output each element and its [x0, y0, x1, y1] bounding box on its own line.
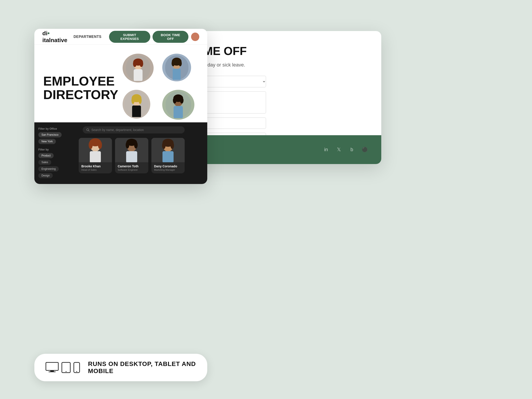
office-filter-label: Filter by Office — [38, 127, 75, 130]
user-avatar[interactable] — [191, 32, 199, 41]
hero-title: EMPLOYEE DIRECTORY — [43, 75, 118, 101]
svg-point-12 — [179, 61, 182, 66]
nav-bar: diitalnative DEPARTMENTS SUBMIT EXPENSES… — [34, 29, 207, 45]
svg-point-17 — [132, 97, 134, 104]
dark-section: Filter by Office San Francisco New York … — [34, 122, 207, 184]
desktop-icon — [45, 362, 59, 373]
svg-point-32 — [98, 141, 102, 149]
submit-expenses-button[interactable]: SUBMIT EXPENSES — [109, 31, 150, 43]
employee-card-cameron-toth[interactable]: Cameron Toth Software Engineer — [115, 138, 148, 173]
svg-rect-25 — [174, 106, 183, 118]
filter-san-francisco[interactable]: San Francisco — [38, 132, 62, 137]
svg-point-0 — [194, 34, 197, 37]
twitter-icon[interactable]: 𝕏 — [336, 146, 342, 153]
brooke-khan-name: Brooke Khan — [81, 165, 109, 168]
brooke-khan-info: Brooke Khan Head of Sales — [79, 162, 112, 173]
dark-main-content: Brooke Khan Head of Sales — [79, 122, 207, 184]
svg-point-44 — [171, 142, 174, 149]
svg-point-5 — [133, 61, 137, 67]
hero-section: EMPLOYEE DIRECTORY — [34, 45, 207, 122]
svg-point-24 — [180, 97, 184, 103]
cameron-toth-role: Software Engineer — [118, 168, 146, 171]
filter-new-york[interactable]: New York — [38, 139, 56, 144]
filter-engineering[interactable]: Engineering — [38, 166, 59, 171]
svg-point-38 — [134, 141, 138, 149]
dany-coronado-info: Dany Coronado Marketing Manager — [151, 162, 185, 173]
blog-icon[interactable]: b — [348, 146, 355, 153]
hero-photos — [118, 54, 198, 122]
sidebar: Filter by Office San Francisco New York … — [34, 122, 79, 184]
dany-coronado-name: Dany Coronado — [154, 165, 182, 168]
linkedin-icon[interactable]: in — [323, 146, 329, 153]
dept-filter-label: Filter by — [38, 148, 75, 151]
employee-cards-container: Brooke Khan Head of Sales — [79, 138, 203, 177]
filter-product[interactable]: Product — [38, 153, 54, 158]
svg-rect-46 — [46, 362, 58, 370]
tablet-icon — [61, 362, 71, 373]
dribbble-icon[interactable]: ⚫ — [361, 146, 368, 153]
search-icon — [86, 128, 89, 132]
svg-point-26 — [87, 129, 89, 131]
dany-coronado-photo — [151, 138, 185, 162]
search-bar — [83, 126, 185, 133]
svg-line-27 — [89, 131, 89, 132]
banner-text: RUNS ON DESKTOP, TABLET AND MOBILE — [88, 361, 196, 375]
svg-point-31 — [89, 141, 93, 149]
employee-card-brooke-khan[interactable]: Brooke Khan Head of Sales — [79, 138, 112, 173]
svg-point-6 — [140, 61, 143, 67]
departments-nav-link[interactable]: DEPARTMENTS — [74, 35, 101, 39]
svg-point-37 — [126, 141, 129, 149]
logo: diitalnative — [42, 30, 74, 44]
employee-photo-4 — [162, 90, 194, 120]
svg-rect-13 — [173, 69, 181, 80]
svg-point-43 — [162, 142, 165, 149]
employee-directory-card: diitalnative DEPARTMENTS SUBMIT EXPENSES… — [34, 29, 207, 184]
employee-card-dany-coronado[interactable]: Dany Coronado Marketing Manager — [151, 138, 185, 173]
mobile-icon — [73, 362, 80, 373]
svg-rect-47 — [50, 370, 54, 372]
svg-rect-45 — [163, 151, 174, 162]
employee-photo-3 — [123, 90, 150, 119]
cameron-toth-info: Cameron Toth Software Engineer — [115, 162, 148, 173]
dany-coronado-role: Marketing Manager — [154, 168, 182, 171]
svg-rect-39 — [126, 151, 137, 162]
brooke-khan-role: Head of Sales — [81, 168, 109, 171]
svg-point-11 — [171, 61, 175, 66]
book-time-off-nav-button[interactable]: BOOK TIME OFF — [152, 31, 189, 43]
filter-sales[interactable]: Sales — [38, 160, 51, 165]
employee-photo-1 — [123, 54, 154, 82]
employee-photo-2 — [162, 54, 191, 81]
brooke-khan-photo — [79, 138, 112, 162]
svg-rect-48 — [49, 372, 56, 372]
search-input[interactable] — [91, 128, 181, 132]
svg-rect-7 — [134, 69, 143, 81]
svg-point-18 — [139, 97, 142, 104]
svg-rect-19 — [132, 106, 141, 117]
svg-rect-33 — [90, 151, 101, 162]
cameron-toth-name: Cameron Toth — [118, 165, 146, 168]
bottom-banner: RUNS ON DESKTOP, TABLET AND MOBILE — [34, 354, 207, 381]
hero-text: EMPLOYEE DIRECTORY — [43, 54, 118, 122]
svg-point-1 — [192, 38, 198, 41]
cameron-toth-photo — [115, 138, 148, 162]
filter-design[interactable]: Design — [38, 173, 53, 178]
svg-point-52 — [76, 371, 77, 372]
svg-point-23 — [173, 97, 177, 103]
svg-point-50 — [66, 371, 66, 372]
device-icons — [45, 362, 80, 373]
